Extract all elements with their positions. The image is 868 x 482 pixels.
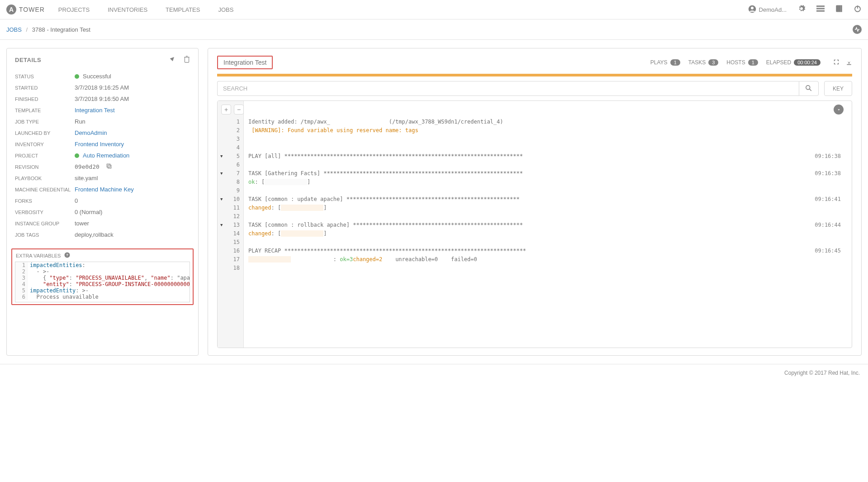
nav-inventories[interactable]: INVENTORIES <box>108 6 147 13</box>
nav-templates[interactable]: TEMPLATES <box>166 6 200 13</box>
hosts-count: 1 <box>748 59 758 66</box>
breadcrumb-current: 3788 - Integration Test <box>32 26 90 33</box>
details-title: DETAILS <box>15 57 41 63</box>
launchedby-link[interactable]: DemoAdmin <box>75 129 107 136</box>
copy-icon[interactable] <box>106 163 112 171</box>
svg-rect-2 <box>816 5 825 7</box>
output-header: Integration Test PLAYS1 TASKS3 HOSTS1 EL… <box>217 56 852 69</box>
jobtype-value: Run <box>75 118 85 125</box>
help-icon[interactable]: ? <box>64 252 70 259</box>
breadcrumb-bar: JOBS / 3788 - Integration Test <box>0 19 868 40</box>
svg-point-14 <box>806 85 810 89</box>
search-box <box>217 81 819 96</box>
started-label: STARTED <box>15 85 75 91</box>
breadcrumb-root[interactable]: JOBS <box>6 26 22 33</box>
gear-icon[interactable] <box>797 5 806 14</box>
svg-text:?: ? <box>66 253 68 257</box>
svg-point-1 <box>751 6 754 9</box>
extra-vars-header: EXTRA VARIABLES ? <box>15 252 190 262</box>
streams-icon[interactable] <box>816 5 825 14</box>
launchedby-label: LAUNCHED BY <box>15 130 75 136</box>
svg-rect-9 <box>108 165 111 168</box>
svg-rect-3 <box>816 8 825 10</box>
expand-icon[interactable] <box>833 59 840 67</box>
svg-rect-8 <box>185 57 189 62</box>
template-link[interactable]: Integration Test <box>75 107 115 114</box>
project-link[interactable]: Auto Remediation <box>83 152 129 159</box>
download-icon[interactable] <box>846 59 852 67</box>
revision-label: REVISION <box>15 164 75 170</box>
output-title: Integration Test <box>217 56 273 69</box>
instancegrp-label: INSTANCE GROUP <box>15 221 75 226</box>
jobtype-label: JOB TYPE <box>15 119 75 124</box>
elapsed-value: 00:00:24 <box>794 59 821 66</box>
inventory-link[interactable]: Frontend Inventory <box>75 141 124 148</box>
status-label: STATUS <box>15 74 75 79</box>
power-icon[interactable] <box>854 5 862 14</box>
plays-label: PLAYS <box>650 59 668 66</box>
output-panel: Integration Test PLAYS1 TASKS3 HOSTS1 EL… <box>208 48 862 356</box>
nav-jobs[interactable]: JOBS <box>218 6 233 13</box>
log-body[interactable]: Identity added: /tmp/awx_ (/tmp/awx_3788… <box>244 101 852 348</box>
user-menu[interactable]: DemoAd... <box>748 5 787 14</box>
instancegrp-value: tower <box>75 220 89 227</box>
delete-icon[interactable] <box>184 56 190 64</box>
forks-label: FORKS <box>15 198 75 204</box>
forks-value: 0 <box>75 197 78 204</box>
plays-count: 1 <box>670 59 680 66</box>
template-label: TEMPLATE <box>15 108 75 113</box>
status-dot-icon <box>75 74 79 79</box>
status-value: Successful <box>83 73 111 80</box>
top-nav-right: DemoAd... <box>748 5 862 14</box>
project-label: PROJECT <box>15 153 75 158</box>
user-icon <box>748 5 756 14</box>
details-rows: STATUSSuccessful STARTED3/7/2018 9:16:25… <box>7 69 198 246</box>
brand[interactable]: A TOWER <box>6 5 45 14</box>
relaunch-icon[interactable] <box>169 56 175 64</box>
revision-value: 09e0d20 <box>75 163 100 170</box>
search-button[interactable] <box>799 81 819 96</box>
details-header: DETAILS <box>7 48 198 69</box>
machinecred-link[interactable]: Frontend Machine Key <box>75 186 134 193</box>
hosts-label: HOSTS <box>726 59 745 66</box>
finished-value: 3/7/2018 9:16:50 AM <box>75 95 129 102</box>
main: DETAILS STATUSSuccessful STARTED3/7/2018… <box>0 40 868 364</box>
log-expand-controls: + − <box>221 105 244 115</box>
brand-text: TOWER <box>19 6 45 13</box>
svg-rect-13 <box>847 64 851 65</box>
docs-icon[interactable] <box>835 5 843 14</box>
extra-vars-section: EXTRA VARIABLES ? 1impactedEntities:2 - … <box>11 248 194 305</box>
finished-label: FINISHED <box>15 96 75 102</box>
verbosity-value: 0 (Normal) <box>75 209 102 215</box>
started-value: 3/7/2018 9:16:25 AM <box>75 84 129 91</box>
search-input[interactable] <box>217 81 799 96</box>
svg-rect-10 <box>107 164 110 167</box>
log-gutter: 1234▼56▼789▼101112▼131415161718 <box>218 101 244 348</box>
svg-rect-4 <box>816 10 825 12</box>
brand-logo: A <box>6 5 16 14</box>
log-area: + − 1234▼56▼789▼101112▼131415161718 Iden… <box>217 100 852 348</box>
extra-vars-label: EXTRA VARIABLES <box>16 253 61 258</box>
extra-vars-editor[interactable]: 1impactedEntities:2 - >-3 { "type": "PRO… <box>15 262 190 302</box>
breadcrumb: JOBS / 3788 - Integration Test <box>6 26 90 33</box>
tasks-count: 3 <box>708 59 718 66</box>
top-nav-menu: PROJECTS INVENTORIES TEMPLATES JOBS <box>58 6 748 13</box>
search-row: KEY <box>217 81 852 96</box>
details-panel: DETAILS STATUSSuccessful STARTED3/7/2018… <box>6 48 199 356</box>
jobtags-label: JOB TAGS <box>15 232 75 238</box>
key-button[interactable]: KEY <box>824 81 852 96</box>
inventory-label: INVENTORY <box>15 142 75 147</box>
footer: Copyright © 2017 Red Hat, Inc. <box>0 364 868 382</box>
expand-all-button[interactable]: + <box>221 105 231 115</box>
activity-icon[interactable] <box>853 25 862 34</box>
project-dot-icon <box>75 153 79 158</box>
progress-bar <box>217 74 852 76</box>
machinecred-label: MACHINE CREDENTIAL <box>15 187 75 192</box>
collapse-all-button[interactable]: − <box>234 105 244 115</box>
nav-projects[interactable]: PROJECTS <box>58 6 90 13</box>
tasks-label: TASKS <box>688 59 706 66</box>
svg-rect-5 <box>841 5 842 12</box>
user-name: DemoAd... <box>759 6 787 13</box>
elapsed-label: ELAPSED <box>766 59 791 66</box>
svg-line-15 <box>810 89 811 91</box>
